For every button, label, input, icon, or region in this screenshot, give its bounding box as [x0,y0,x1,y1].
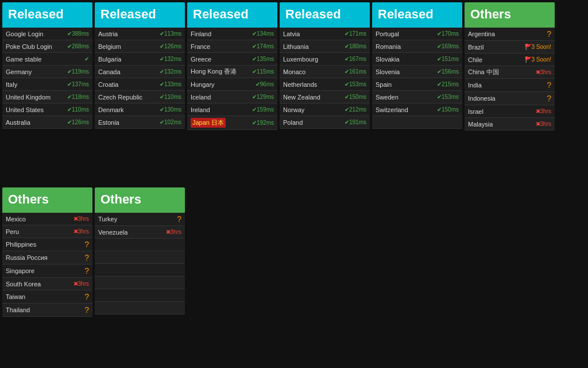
table-row: Google Login✔388ms [2,28,92,40]
row-status: ? [547,29,551,39]
header-others-2: Others [2,187,92,213]
table-row: Philippines? [2,238,92,251]
table-row: Ireland✔159ms [187,103,277,116]
row-status: ✔192ms [252,120,274,126]
table-row [95,239,185,251]
table-row: Czech Republic✔110ms [95,91,185,103]
table-row: Poke Club Login✔268ms [2,40,92,53]
table-row: Greece✔135ms [187,53,277,66]
row-status: ✔167ms [345,56,366,62]
table-row: Croatia✔133ms [95,78,185,91]
table-row: United States✔110ms [2,103,92,116]
row-status: ? [84,253,89,262]
row-status: ✔133ms [160,81,181,87]
row-status: ✔150ms [437,106,459,113]
row-status: ✔268ms [67,43,89,49]
table-row: Malaysia✖3hrs [465,118,555,131]
row-country-name: Austria [98,30,118,37]
row-status: ? [84,305,89,315]
row-status: ✔169ms [437,43,459,49]
row-status: ✔180ms [345,43,366,49]
main-grid: ReleasedGoogle Login✔388msPoke Club Logi… [0,0,588,368]
table-row: Denmark✔130ms [95,103,185,116]
row-country-name: South Korea [6,281,41,288]
column-others-2: OthersMexico✖3hrsPeru✖3hrsPhilippines?Ru… [2,187,92,317]
table-row: Germany✔119ms [2,66,92,78]
table-row: Japan 日本✔192ms [187,116,277,130]
row-country-name: Venezuela [98,229,127,236]
row-country-name: Peru [6,228,19,235]
row-country-name: Luxembourg [283,56,318,63]
table-row: Chile🚩3 Soon! [465,53,555,66]
row-status: ✔ [84,56,89,62]
row-status: ✖3hrs [536,108,551,114]
table-row: Venezuela✖3hrs [95,226,185,239]
table-row: China 中国✖3hrs [465,66,555,79]
table-row: Game stable✔ [2,53,92,66]
table-row: Poland✔191ms [280,116,370,129]
row-status: ? [84,240,89,249]
row-status: ✔153ms [345,81,366,87]
table-row: Switzerland✔150ms [372,103,462,116]
table-row: Thailand? [2,304,92,317]
row-country-name: Japan 日本 [191,118,226,128]
table-row: Monaco✔161ms [280,66,370,78]
table-row: Indonesia? [465,92,555,105]
row-country-name: Belgium [98,43,121,50]
row-country-name: Spain [376,81,392,88]
table-row: United Kingdom✔118ms [2,91,92,103]
table-row: India? [465,79,555,92]
row-country-name: Romania [376,43,401,50]
table-row: Romania✔169ms [372,40,462,53]
row-status: ✔212ms [345,106,366,113]
row-status: ✔150ms [345,94,366,100]
table-row: Belgium✔126ms [95,40,185,53]
table-row: Iceland✔129ms [187,91,277,103]
row-country-name: New Zealand [283,94,320,101]
row-country-name: Game stable [6,56,41,63]
table-row [95,251,185,264]
table-row: Italy✔137ms [2,78,92,91]
row-country-name: Slovakia [376,56,400,63]
row-country-name: Canada [98,68,121,75]
row-country-name: Netherlands [283,81,317,88]
table-row: Turkey? [95,213,185,226]
table-row: Slovakia✔151ms [372,53,462,66]
row-country-name: Brazil [468,44,484,51]
row-status: ✔119ms [67,68,89,75]
row-country-name: India [468,82,482,89]
row-status: ✖3hrs [536,69,551,75]
table-row: Russia Россия? [2,251,92,264]
table-row: Taiwan? [2,290,92,304]
row-status: ? [84,266,89,275]
row-status: ✖3hrs [536,121,551,127]
table-row: Latvia✔171ms [280,28,370,40]
row-country-name: Google Login [6,30,43,37]
header-others-1: Others [465,2,555,28]
table-row [95,302,185,315]
row-country-name: Mexico [6,216,26,223]
row-status: ✔170ms [437,30,459,37]
header-others-3: Others [95,187,185,213]
row-country-name: Iceland [191,94,211,101]
header-released-2: Released [95,2,185,28]
table-row: Lithuania✔180ms [280,40,370,53]
row-status: ✔171ms [345,30,366,37]
row-status: ✔96ms [256,81,274,87]
table-row [95,289,185,302]
row-country-name: Chile [468,56,482,63]
row-status: ✔132ms [160,68,181,75]
row-country-name: United Kingdom [6,94,51,101]
row-country-name: Israel [468,108,483,115]
row-country-name: Indonesia [468,95,496,102]
row-status: ✔156ms [437,68,459,75]
row-country-name: Philippines [6,241,36,248]
table-row: Singapore? [2,264,92,278]
table-row [372,116,462,129]
row-country-name: Hungary [191,81,215,88]
column-others-3: OthersTurkey?Venezuela✖3hrs [95,187,185,315]
row-country-name: Slovenia [376,68,400,75]
row-country-name: Sweden [376,94,399,101]
row-status: ✔113ms [160,30,181,37]
row-country-name: France [191,43,210,50]
